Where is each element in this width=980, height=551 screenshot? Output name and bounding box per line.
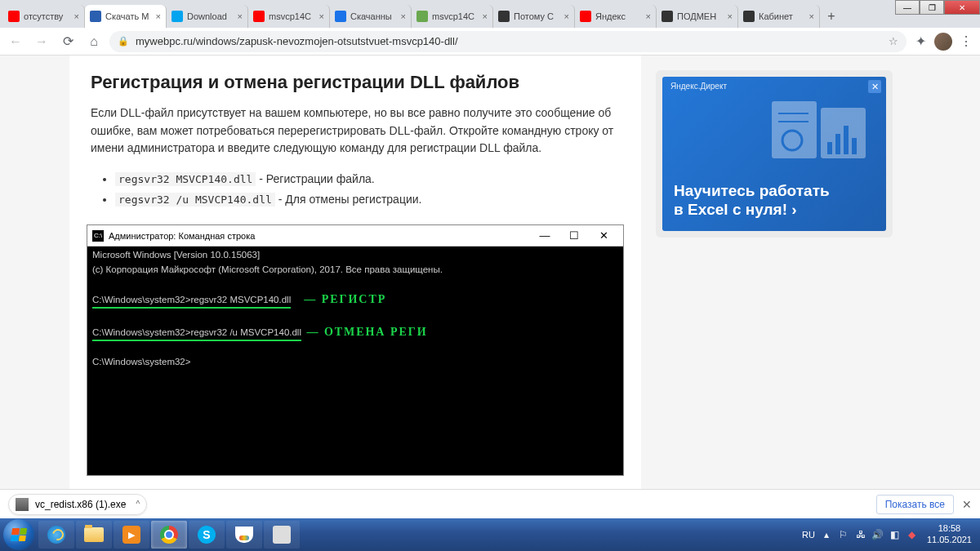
cmd-output: C:\Windows\system32>regsvr32 MSVCP140.dl… xyxy=(92,291,618,309)
tab-close-button[interactable]: × xyxy=(319,11,324,21)
download-item[interactable]: vc_redist.x86 (1).exe ^ xyxy=(8,494,147,515)
taskbar-paint[interactable] xyxy=(226,521,262,549)
tab-title: Скачанны xyxy=(350,11,398,21)
ie-icon xyxy=(47,526,65,544)
cmd-output xyxy=(92,341,618,355)
folder-icon xyxy=(84,527,104,542)
taskbar-wmp[interactable]: ▶ xyxy=(114,521,149,549)
tab-close-button[interactable]: × xyxy=(156,11,161,21)
tab-title: Потому C xyxy=(514,11,561,21)
home-button[interactable]: ⌂ xyxy=(83,31,105,52)
tray-app-icon[interactable]: ◆ xyxy=(906,528,919,541)
browser-tab[interactable]: ПОДМЕН× xyxy=(657,5,738,28)
language-indicator[interactable]: RU xyxy=(802,530,815,540)
tab-favicon xyxy=(416,11,428,22)
file-icon xyxy=(16,498,29,511)
cmd-output: (c) Корпорация Майкрософт (Microsoft Cor… xyxy=(92,263,618,277)
tab-close-button[interactable]: × xyxy=(238,11,243,21)
reload-button[interactable]: ⟳ xyxy=(57,31,78,52)
back-button[interactable]: ← xyxy=(5,31,26,52)
taskbar-explorer[interactable] xyxy=(76,521,112,549)
tab-close-button[interactable]: × xyxy=(728,11,733,21)
browser-tab[interactable]: Download× xyxy=(167,5,248,28)
svg-rect-5 xyxy=(827,142,832,154)
tab-title: msvcp14C xyxy=(269,11,316,21)
cmd-output: Microsoft Windows [Version 10.0.15063] xyxy=(92,248,618,262)
os-close-button[interactable]: ✕ xyxy=(944,0,980,15)
browser-tab[interactable]: Потому C× xyxy=(493,5,575,28)
tab-title: Кабинет xyxy=(759,11,806,21)
forward-button[interactable]: → xyxy=(31,31,52,52)
browser-tab[interactable]: Скачать M× xyxy=(85,5,167,28)
sidebar: Яндекс.Директ ✕ Научитесь работатьв Exce… xyxy=(641,56,980,492)
code-inline: regsvr32 MSVCP140.dll xyxy=(115,172,256,186)
windows-taskbar: ▶ S RU ▴ ⚐ 🖧 🔊 ◧ ◆ 18:5811.05.2021 xyxy=(0,518,980,551)
tab-title: msvcp14C xyxy=(432,11,479,21)
list-item: regsvr32 MSVCP140.dll - Регистрации файл… xyxy=(115,169,620,189)
star-icon[interactable]: ☆ xyxy=(889,35,898,47)
tray-flag-icon[interactable]: ⚐ xyxy=(837,528,850,541)
cmd-output xyxy=(92,277,618,291)
taskbar-chrome[interactable] xyxy=(151,521,187,549)
page-content: Регистрация и отмена регистрации DLL фай… xyxy=(0,56,980,492)
tab-favicon xyxy=(253,11,265,22)
cmd-minimize: — xyxy=(530,229,559,242)
ad-banner[interactable]: Яндекс.Директ ✕ Научитесь работатьв Exce… xyxy=(662,77,886,231)
tab-close-button[interactable]: × xyxy=(401,11,406,21)
start-button[interactable] xyxy=(3,519,34,550)
svg-rect-8 xyxy=(852,138,857,154)
ad-label: Яндекс.Директ xyxy=(670,82,727,91)
cmd-title: Администратор: Командная строка xyxy=(109,231,530,241)
browser-tab[interactable]: Яндекс× xyxy=(575,5,657,28)
svg-rect-7 xyxy=(844,126,849,154)
ad-close-button[interactable]: ✕ xyxy=(868,80,881,93)
downloads-bar: vc_redist.x86 (1).exe ^ Показать все ✕ xyxy=(0,489,980,518)
tab-favicon xyxy=(8,11,20,22)
article-heading: Регистрация и отмена регистрации DLL фай… xyxy=(91,72,620,93)
browser-tab[interactable]: отсутству× xyxy=(3,5,85,28)
tray-network-icon[interactable]: 🖧 xyxy=(854,528,867,541)
article-paragraph: Если DLL-файл присутствует на вашем комп… xyxy=(91,104,620,158)
browser-tab[interactable]: Скачанны× xyxy=(330,5,412,28)
tab-close-button[interactable]: × xyxy=(74,11,79,21)
menu-button[interactable]: ⋮ xyxy=(957,33,975,51)
tab-favicon xyxy=(498,11,510,22)
os-window-controls: — ❐ ✕ xyxy=(895,0,980,15)
tab-close-button[interactable]: × xyxy=(809,11,814,21)
cmd-screenshot: C:\ Администратор: Командная строка — ☐ … xyxy=(87,224,624,476)
browser-tab[interactable]: msvcp14C× xyxy=(248,5,330,28)
browser-toolbar: ← → ⟳ ⌂ 🔒 mywebpc.ru/windows/zapusk-nevo… xyxy=(0,28,980,56)
tray-chevron-icon[interactable]: ▴ xyxy=(820,528,833,541)
paint-icon xyxy=(235,527,253,543)
ad-container: Яндекс.Директ ✕ Научитесь работатьв Exce… xyxy=(656,70,893,238)
taskbar-clock[interactable]: 18:5811.05.2021 xyxy=(927,523,972,546)
tab-title: ПОДМЕН xyxy=(677,11,724,21)
browser-tab[interactable]: Кабинет× xyxy=(738,5,820,28)
browser-tab[interactable]: msvcp14C× xyxy=(412,5,493,28)
taskbar-app[interactable] xyxy=(264,521,300,549)
system-tray: RU ▴ ⚐ 🖧 🔊 ◧ ◆ 18:5811.05.2021 xyxy=(802,523,977,546)
tab-close-button[interactable]: × xyxy=(483,11,488,21)
os-minimize-button[interactable]: — xyxy=(895,0,920,15)
taskbar-skype[interactable]: S xyxy=(189,521,225,549)
tab-title: отсутству xyxy=(24,11,71,21)
extensions-button[interactable]: ✦ xyxy=(911,33,929,51)
address-bar[interactable]: 🔒 mywebpc.ru/windows/zapusk-nevozmojen-o… xyxy=(109,31,906,52)
show-all-downloads-button[interactable]: Показать все xyxy=(876,495,954,514)
tab-title: Скачать M xyxy=(105,11,153,21)
tab-favicon xyxy=(172,11,183,22)
list-item: regsvr32 /u MSVCP140.dll - Для отмены ре… xyxy=(115,189,620,210)
tab-close-button[interactable]: × xyxy=(564,11,569,21)
tab-close-button[interactable]: × xyxy=(646,11,651,21)
profile-avatar[interactable] xyxy=(934,33,952,51)
tab-favicon xyxy=(662,11,673,22)
close-downloads-bar-button[interactable]: ✕ xyxy=(962,498,972,511)
cmd-icon: C:\ xyxy=(92,230,104,242)
tab-favicon xyxy=(743,11,755,22)
svg-rect-6 xyxy=(835,134,840,154)
tray-volume-icon[interactable]: 🔊 xyxy=(871,528,884,541)
new-tab-button[interactable]: + xyxy=(820,5,843,28)
taskbar-ie[interactable] xyxy=(38,521,74,549)
tray-app-icon[interactable]: ◧ xyxy=(889,528,902,541)
os-maximize-button[interactable]: ❐ xyxy=(920,0,944,15)
